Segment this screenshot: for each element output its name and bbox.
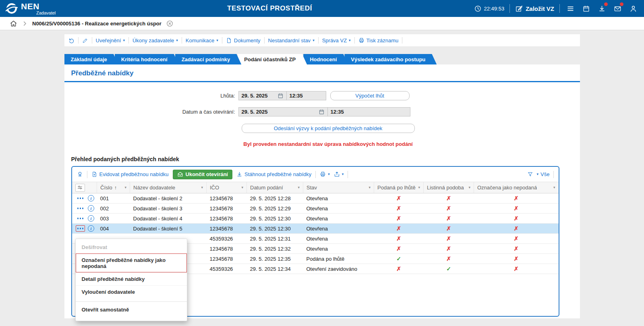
undo-icon: [68, 37, 75, 44]
tab-kriteria-hodnoceni[interactable]: Kritéria hodnocení: [115, 54, 179, 64]
table-row[interactable]: i 003 Dodavatel - školení 4 12345678 29.…: [72, 214, 559, 224]
sliders-icon: [77, 185, 83, 191]
mark-cell: ✗: [374, 203, 424, 214]
deadline-form: Lhůta: 29. 5. 2025 12:35 Výpočet lhůt Da…: [64, 82, 580, 147]
column-header-nepodana[interactable]: Označena jako nepodaná▾: [474, 182, 559, 193]
print-record-button[interactable]: Tisk záznamu: [358, 37, 399, 44]
menu-item-otevrit[interactable]: Otevřít samostatně: [76, 303, 187, 316]
table-row-selected[interactable]: i 004 Dodavatel - školení 5 12345678 29.…: [72, 224, 559, 234]
menu-nestandardni-stav[interactable]: Nestandardní stav▾: [268, 37, 315, 44]
page-content: Uveřejnění▾ Úkony zadavatele▾ Komunikace…: [64, 34, 580, 318]
main-menu-button[interactable]: [565, 3, 576, 14]
table-row[interactable]: i 001 Dodavatel - školení 2 12345678 29.…: [72, 193, 559, 203]
menu-komunikace[interactable]: Komunikace▾: [186, 37, 218, 44]
app-logo[interactable]: NEN Zadavatel: [6, 2, 100, 15]
table-header-row: Číslo↑▾ Název dodavatele▾ IČO▾ Datum pod…: [72, 182, 559, 193]
home-icon[interactable]: [10, 20, 17, 27]
close-circle-icon[interactable]: [166, 20, 174, 27]
tab-podani-ucastniku[interactable]: Podání účastníků ZP: [238, 54, 307, 64]
tab-vysledek[interactable]: Výsledek zadávacího postupu: [344, 54, 437, 64]
edit-record-button[interactable]: [82, 37, 88, 44]
calendar-icon[interactable]: [277, 93, 284, 99]
row-menu-button[interactable]: [76, 205, 85, 212]
brand-name: NEN: [21, 2, 56, 10]
menu-ukony-zadavatele[interactable]: Úkony zadavatele▾: [133, 37, 178, 44]
print-grid-button[interactable]: ▾: [320, 171, 330, 177]
info-icon[interactable]: i: [88, 215, 94, 222]
messages-button[interactable]: [612, 3, 623, 14]
column-header-listinna[interactable]: Listinná podoba▾: [424, 182, 474, 193]
column-header-stav[interactable]: Stav▾: [303, 182, 374, 193]
mark-cell: ✗: [474, 214, 559, 224]
end-opening-button[interactable]: Ukončit otevírání: [173, 170, 232, 179]
column-settings-header[interactable]: [72, 182, 97, 193]
column-header-cislo[interactable]: Číslo↑▾: [97, 182, 130, 193]
menu-divider: [76, 301, 187, 302]
table-row[interactable]: i 002 Dodavatel - školení 3 12345678 29.…: [72, 203, 559, 214]
menu-item-detail[interactable]: Detail předběžné nabídky: [76, 272, 187, 285]
toolbar-divider: [92, 37, 92, 44]
info-icon[interactable]: i: [88, 225, 94, 232]
deadline-label: Lhůta:: [64, 93, 238, 99]
section-title: Předběžné nabídky: [64, 64, 580, 81]
grid-title: Přehled podaných předběžných nabídek: [71, 156, 580, 162]
calc-deadlines-button[interactable]: Výpočet lhůt: [330, 91, 410, 100]
tab-zadavaci-podminky[interactable]: Zadávací podmínky: [175, 54, 242, 64]
opening-time-field[interactable]: 12:35: [328, 107, 410, 116]
send-invite-button[interactable]: Odeslání výzvy k podání předběžných nabí…: [242, 124, 415, 133]
opening-date-field[interactable]: 29. 5. 2025: [238, 107, 328, 116]
column-header-po-lhute[interactable]: Podaná po lhůtě▾: [374, 182, 424, 193]
row-menu-button[interactable]: [76, 195, 85, 201]
menu-item-oznacit-nepodana[interactable]: Označení předběžné nabídky jako nepodaná: [76, 253, 187, 272]
info-icon[interactable]: i: [88, 195, 94, 201]
compose-icon: [515, 5, 523, 12]
toolbar-divider: [354, 37, 355, 44]
deadline-date-field[interactable]: 29. 5. 2025: [238, 91, 287, 100]
deadline-time-field[interactable]: 12:35: [287, 91, 326, 100]
menu-sprava-vz[interactable]: Správa VZ▾: [322, 37, 351, 44]
pencil-icon: [82, 37, 88, 44]
toolbar-divider: [264, 37, 265, 44]
export-grid-button[interactable]: ▾: [334, 171, 344, 177]
document-icon: [226, 37, 232, 44]
award-ribbon-icon: [77, 171, 83, 177]
row-menu-button[interactable]: [76, 215, 85, 222]
view-all-dropdown[interactable]: ▾ Vše: [537, 171, 550, 177]
download-bids-button[interactable]: Stáhnout předběžné nabídky: [236, 171, 311, 177]
mark-cell: ✗: [424, 234, 474, 244]
calendar-icon: [582, 5, 590, 12]
undo-button[interactable]: [68, 37, 75, 44]
menu-dokumenty[interactable]: Dokumenty: [226, 37, 261, 44]
bulk-actions-button[interactable]: [77, 171, 83, 177]
column-header-ico[interactable]: IČO▾: [207, 182, 247, 193]
add-document-icon: [91, 171, 97, 177]
profile-button[interactable]: [628, 3, 638, 14]
column-header-datum[interactable]: Datum podání▾: [247, 182, 303, 193]
notification-badge: [604, 2, 608, 6]
clock-icon: [474, 5, 482, 12]
opening-label: Datum a čas otevírání:: [64, 109, 238, 115]
row-menu-button-active[interactable]: [76, 225, 85, 232]
tab-zakladni-udaje[interactable]: Základní údaje: [64, 54, 118, 64]
info-icon[interactable]: i: [88, 205, 94, 212]
mark-cell: ✗: [424, 193, 474, 203]
downloads-button[interactable]: [596, 3, 607, 14]
mark-cell: ✓: [424, 264, 474, 274]
caret-down-icon: ▾: [418, 186, 420, 189]
menu-item-vylouceni[interactable]: Vyloučení dodavatele: [76, 285, 187, 298]
mark-cell: ✗: [374, 214, 424, 224]
caret-down-icon: ▾: [216, 39, 218, 42]
calendar-icon[interactable]: [319, 109, 325, 115]
filter-button[interactable]: [527, 171, 533, 177]
register-bid-button[interactable]: Evidovat předběžnou nabídku: [91, 171, 169, 177]
menu-uverejneni[interactable]: Uveřejnění▾: [96, 37, 125, 44]
column-settings-button[interactable]: [75, 184, 85, 192]
toolbar-divider: [128, 37, 129, 44]
toolbar-divider: [553, 171, 554, 178]
calendar-button[interactable]: [581, 3, 591, 14]
header-divider: [559, 4, 560, 13]
tab-hodnoceni[interactable]: Hodnocení: [303, 54, 348, 64]
create-vz-button[interactable]: Založit VZ: [515, 5, 554, 12]
mark-cell: ✗: [374, 193, 424, 203]
column-header-nazev[interactable]: Název dodavatele▾: [130, 182, 207, 193]
